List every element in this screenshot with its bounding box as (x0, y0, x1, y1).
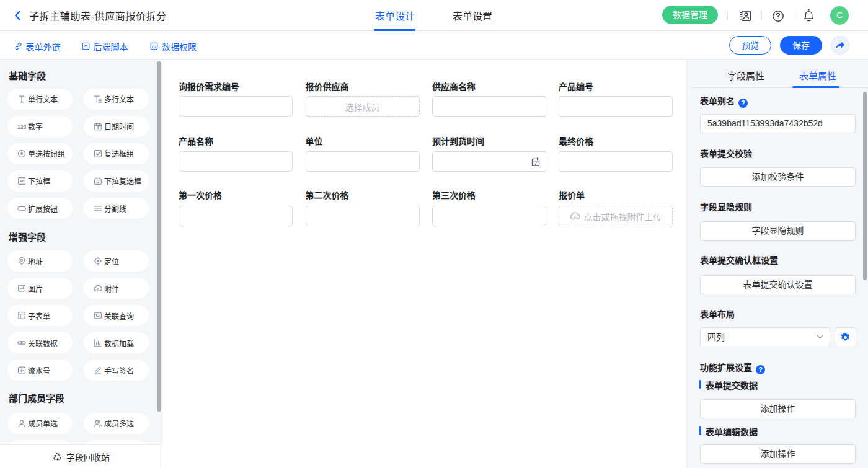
svg-text:7: 7 (534, 161, 537, 166)
svg-text:123: 123 (17, 123, 26, 130)
